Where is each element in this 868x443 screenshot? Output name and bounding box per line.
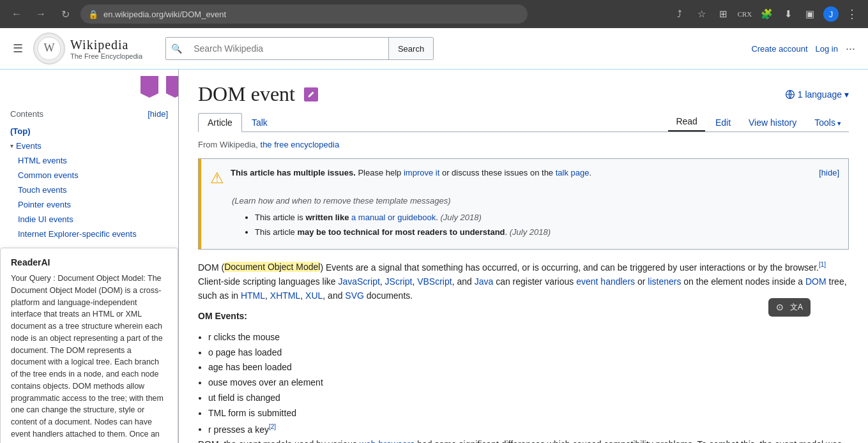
wiki-logo[interactable]: W Wikipedia The Free Encyclopedia — [33, 33, 142, 64]
translate-tool-button[interactable]: 文A — [788, 301, 805, 314]
forward-button[interactable]: → — [32, 5, 50, 23]
more-options-icon[interactable]: ··· — [846, 42, 855, 56]
address-bar[interactable]: 🔒 en.wikipedia.org/wiki/DOM_event — [80, 4, 528, 24]
log-in-link[interactable]: Log in — [816, 44, 838, 54]
manual-guidebook-link[interactable]: a manual or guidebook — [351, 213, 436, 222]
toc-indie-ui-link[interactable]: Indie UI events — [18, 214, 73, 224]
java-link[interactable]: Java — [475, 276, 494, 287]
ref-1[interactable]: [1] — [819, 261, 826, 268]
tab-article[interactable]: Article — [198, 113, 242, 132]
wiki-logo-title: Wikipedia — [70, 38, 142, 52]
toc-touch-events-link[interactable]: Touch events — [18, 185, 67, 195]
xul-link[interactable]: XUL — [305, 290, 323, 301]
events-section-intro: OM Events: — [198, 309, 849, 323]
page-title: DOM event — [198, 82, 295, 106]
browser-toolbar: ← → ↻ 🔒 en.wikipedia.org/wiki/DOM_event … — [0, 0, 868, 28]
toc-item-pointer-events[interactable]: Pointer events — [0, 197, 178, 212]
warning-icon: ⚠ — [210, 167, 224, 190]
bookmark-icon-2[interactable] — [166, 76, 179, 98]
free-encyclopedia-link[interactable]: the free encyclopedia — [261, 140, 340, 149]
wiki-search-button[interactable]: Search — [388, 38, 433, 59]
wiki-search-input[interactable] — [187, 38, 388, 59]
warning-bold-2: may be too technical for most readers to… — [297, 227, 505, 237]
svg-text:W: W — [44, 41, 55, 54]
toc-item-events[interactable]: ▾ Events — [0, 139, 178, 153]
warning-text: This article has multiple issues. Please… — [231, 167, 812, 179]
image-tools-overlay: ⊙ 文A — [768, 298, 811, 317]
toc-item-touch-events[interactable]: Touch events — [0, 183, 178, 197]
download-icon[interactable]: ⬇ — [780, 6, 796, 22]
warning-box: ⚠ This article has multiple issues. Plea… — [198, 158, 849, 250]
toc-top-link[interactable]: (Top) — [10, 126, 31, 136]
warning-content: ⚠ This article has multiple issues. Plea… — [201, 159, 848, 249]
search-magnifier-icon: 🔍 — [166, 38, 187, 59]
reader-ai-title: ReaderAI — [11, 257, 167, 267]
star-icon[interactable]: ☆ — [693, 6, 710, 22]
lock-icon: 🔒 — [88, 10, 98, 19]
tab-talk[interactable]: Talk — [242, 113, 277, 132]
language-count: 1 language — [798, 89, 842, 100]
event-item-7: r presses a key[2] — [208, 421, 849, 437]
vbscript-link[interactable]: VBScript — [417, 276, 452, 287]
wiki-logo-subtitle: The Free Encyclopedia — [70, 52, 142, 60]
ref-2[interactable]: [2] — [269, 423, 276, 430]
highlighted-dom-term: Document Object Model — [224, 262, 320, 272]
toc-html-events-link[interactable]: HTML events — [18, 156, 67, 165]
reader-ai-popup: ReaderAI Your Query : Document Object Mo… — [0, 248, 178, 443]
web-browsers-link[interactable]: web browsers — [360, 439, 415, 443]
tab-view-history[interactable]: View history — [741, 114, 804, 131]
menu-icon[interactable]: ⋮ — [844, 6, 860, 22]
toc-pointer-events-link[interactable]: Pointer events — [18, 200, 71, 209]
chevron-down-icon: ▾ — [10, 142, 13, 149]
article-tabs-right: Read Edit View history Tools — [668, 112, 849, 131]
toc-item-top[interactable]: (Top) — [0, 124, 178, 139]
share-icon[interactable]: ⤴ — [671, 6, 688, 22]
browser-tools: ⤴ ☆ ⊞ CRX 🧩 ⬇ ▣ J ⋮ — [671, 6, 860, 22]
toc-item-ie-events[interactable]: Internet Explorer-specific events — [0, 227, 178, 241]
toc-hide-link[interactable]: [hide] — [148, 109, 168, 119]
warning-hide-link[interactable]: [hide] — [819, 167, 839, 179]
reader-ai-query-label: Your Query : — [11, 274, 56, 283]
improve-link[interactable]: improve it — [404, 168, 439, 177]
listeners-link[interactable]: listeners — [648, 276, 681, 287]
toc-item-indie-ui[interactable]: Indie UI events — [0, 212, 178, 227]
xhtml-link[interactable]: XHTML — [270, 290, 300, 301]
wiki-search-wrap: 🔍 Search — [165, 37, 434, 60]
layout-icon[interactable]: ▣ — [802, 6, 818, 22]
reader-ai-query-text: Document Object Model: The Document Obje… — [11, 274, 164, 443]
bookmark-icon-1[interactable] — [141, 76, 158, 98]
create-account-link[interactable]: Create account — [751, 44, 807, 54]
toc-ie-events-link[interactable]: Internet Explorer-specific events — [18, 229, 137, 239]
grid-icon[interactable]: ⊞ — [715, 6, 731, 22]
back-button[interactable]: ← — [8, 5, 26, 23]
profile-avatar[interactable]: J — [823, 6, 839, 22]
toc-events-link[interactable]: Events — [16, 141, 42, 151]
event-handlers-link[interactable]: event handlers — [576, 276, 635, 287]
dom-link[interactable]: DOM — [805, 276, 826, 287]
wiki-search-box: 🔍 Search — [165, 37, 434, 60]
puzzle-icon[interactable]: 🧩 — [758, 6, 775, 22]
talk-page-link[interactable]: talk page — [556, 168, 590, 177]
toc-title: Contents [hide] — [0, 104, 178, 124]
tab-edit[interactable]: Edit — [708, 114, 738, 131]
extension-icon[interactable]: CRX — [736, 6, 753, 22]
bookmark-icons — [141, 76, 179, 98]
tab-tools[interactable]: Tools — [807, 114, 849, 131]
toc-common-events-link[interactable]: Common events — [18, 170, 79, 180]
wiki-logo-text: Wikipedia The Free Encyclopedia — [70, 38, 142, 60]
svg-link[interactable]: SVG — [345, 290, 364, 301]
html-link[interactable]: HTML — [241, 290, 265, 301]
wiki-menu-button[interactable]: ☰ — [13, 41, 23, 56]
toc-item-html-events[interactable]: HTML events — [0, 153, 178, 168]
compat-paragraph: DOM, the event models used by various we… — [198, 437, 849, 443]
language-button[interactable]: 1 language ▾ — [785, 89, 849, 100]
wiki-logo-image: W — [33, 33, 65, 64]
intro-paragraph: DOM (Document Object Model) Events are a… — [198, 260, 849, 303]
tab-read[interactable]: Read — [668, 112, 704, 131]
edit-title-icon[interactable] — [304, 87, 318, 101]
javascript-link[interactable]: JavaScript — [338, 276, 379, 287]
camera-tool-button[interactable]: ⊙ — [773, 301, 786, 314]
jscript-link[interactable]: JScript — [385, 276, 413, 287]
toc-item-common-events[interactable]: Common events — [0, 168, 178, 183]
reload-button[interactable]: ↻ — [56, 5, 74, 23]
